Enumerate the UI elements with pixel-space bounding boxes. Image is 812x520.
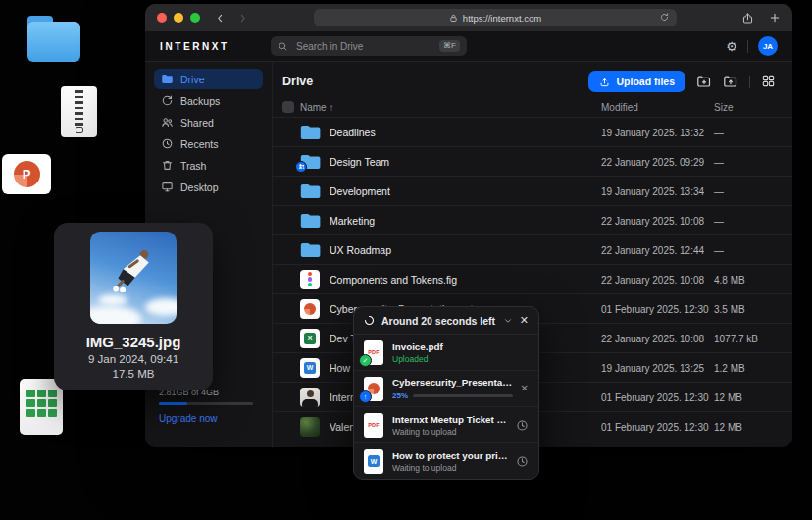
file-name: How t: [330, 362, 356, 374]
sidebar-item-desktop[interactable]: Desktop: [154, 177, 263, 197]
upload-popup-header: Around 20 seconds left ✕: [354, 307, 538, 335]
excel-file-icon: X: [300, 329, 320, 348]
desktop-zip-file-icon[interactable]: [61, 86, 97, 137]
cancel-upload-icon[interactable]: ✕: [521, 384, 529, 393]
close-window-button[interactable]: [157, 13, 167, 23]
upgrade-link[interactable]: Upgrade now: [159, 413, 253, 424]
table-row[interactable]: Components and Tokens.fig 22 January 202…: [273, 264, 792, 293]
uploading-arrow-icon: ↑: [359, 390, 372, 403]
lock-icon: [449, 14, 458, 23]
table-row[interactable]: Design Team 22 January 2025. 09:29 —: [273, 146, 792, 176]
upload-item-name: Invoice.pdf: [392, 341, 529, 352]
back-button[interactable]: [215, 13, 226, 24]
file-size: —: [714, 185, 724, 196]
upload-items-list: PDF✓ Invoice.pdf Uploaded ↑ Cybersecurit…: [354, 335, 538, 479]
upload-tray-icon: [599, 77, 610, 87]
file-modified: 01 February 2025. 12:30: [601, 303, 709, 314]
search-bar[interactable]: ⌘F: [271, 36, 467, 56]
zipper-teeth: [75, 90, 83, 126]
waiting-clock-icon: [516, 419, 529, 432]
file-modified: 22 January 2025. 10:08: [601, 274, 704, 285]
file-name: Design Team: [330, 156, 389, 168]
sidebar-item-recents[interactable]: Recents: [154, 133, 263, 154]
file-name: UX Roadmap: [330, 244, 391, 256]
browser-chrome: https://internxt.com: [145, 4, 792, 31]
upload-files-button[interactable]: Upload files: [588, 71, 685, 92]
drag-preview-card[interactable]: IMG_3245.jpg 9 Jan 2024, 09:41 17.5 MB: [54, 223, 213, 390]
upload-folder-button[interactable]: [723, 74, 738, 89]
file-name: Development: [330, 185, 390, 197]
upload-progress-bar: [413, 394, 513, 397]
create-folder-button[interactable]: [696, 74, 712, 89]
desktop-spreadsheet-file-icon[interactable]: [20, 379, 63, 435]
file-modified: 01 February 2025. 12:30: [601, 391, 709, 402]
upload-item-name: Internxt Meetup Ticket Info.pdf: [392, 414, 508, 425]
photo-thumbnail: [300, 417, 320, 437]
shared-folder-icon: [300, 154, 321, 170]
folder-body: [27, 22, 80, 62]
powerpoint-logo-icon: P: [14, 161, 40, 187]
file-name: Valen: [330, 421, 355, 433]
share-icon[interactable]: [741, 12, 754, 25]
desktop-powerpoint-file-icon[interactable]: P: [2, 154, 51, 194]
file-size: —: [714, 244, 724, 255]
sidebar-item-backups[interactable]: Backups: [154, 90, 263, 111]
table-row[interactable]: Development 19 January 2025. 13:34 —: [273, 176, 792, 205]
sidebar-item-shared[interactable]: Shared: [154, 112, 263, 132]
sidebar-item-trash[interactable]: Trash: [154, 155, 263, 176]
upload-progress-popup: Around 20 seconds left ✕ PDF✓ Invoice.pd…: [353, 306, 539, 480]
cloud-shape: [145, 298, 177, 316]
photo-thumbnail: [300, 388, 320, 407]
page-title: Drive: [282, 75, 313, 88]
new-tab-icon[interactable]: [769, 12, 781, 24]
upload-item-name: Cybersecurity_Presentation.ppt: [392, 377, 513, 388]
folder-icon: [300, 213, 321, 229]
header-divider: [747, 40, 748, 53]
upload-item-status: Waiting to upload: [392, 463, 508, 473]
close-popup-icon[interactable]: ✕: [520, 315, 529, 326]
desktop-blue-folder-icon[interactable]: [27, 16, 80, 62]
desktop: P https://internxt.com: [0, 0, 812, 520]
preview-size: 17.5 MB: [54, 368, 213, 380]
sidebar-item-drive[interactable]: Drive: [154, 69, 263, 89]
upload-item: ↑ Cybersecurity_Presentation.ppt 25% ✕: [354, 370, 538, 406]
uploaded-check-icon: ✓: [359, 354, 372, 367]
internxt-logo: INTERNXT: [160, 41, 229, 52]
column-header-modified[interactable]: Modified: [601, 102, 638, 113]
user-avatar[interactable]: JA: [758, 36, 778, 56]
folder-icon: [300, 183, 321, 199]
file-size: 1.2 MB: [714, 362, 745, 373]
maximize-window-button[interactable]: [190, 13, 200, 23]
table-row[interactable]: Deadlines 19 January 2025. 13:32 —: [273, 117, 792, 146]
upload-item: PDF Internxt Meetup Ticket Info.pdf Wait…: [354, 406, 538, 442]
column-header-size[interactable]: Size: [714, 102, 733, 113]
file-size: —: [714, 127, 724, 137]
upload-item: W How to protect your privacy.doc Waitin…: [354, 442, 538, 479]
settings-gear-icon[interactable]: ⚙: [726, 40, 737, 53]
preview-filename: IMG_3245.jpg: [54, 334, 213, 350]
refresh-icon[interactable]: [659, 12, 670, 23]
file-modified: 19 January 2025. 13:32: [601, 127, 704, 137]
search-input[interactable]: [294, 40, 433, 53]
table-row[interactable]: Marketing 22 January 2025. 10:08 —: [273, 205, 792, 234]
window-controls: [157, 13, 200, 23]
sidebar-item-label: Shared: [180, 117, 214, 129]
minimize-window-button[interactable]: [174, 13, 183, 23]
column-header-name[interactable]: Name ↑: [300, 102, 333, 113]
folder-icon: [300, 125, 321, 140]
table-row[interactable]: UX Roadmap 22 January 2025. 12:44 —: [273, 234, 792, 264]
powerpoint-file-icon: [300, 299, 320, 319]
shared-badge-icon: [295, 161, 307, 173]
file-size: 4.8 MB: [714, 274, 745, 285]
file-name: Intern: [330, 391, 356, 403]
upload-percent-label: 25%: [392, 391, 408, 400]
grid-view-button[interactable]: [761, 74, 777, 89]
select-all-checkbox[interactable]: [282, 101, 294, 113]
people-icon: [161, 116, 174, 129]
address-bar[interactable]: https://internxt.com: [314, 9, 677, 26]
trash-icon: [161, 159, 174, 172]
cloud-shape: [98, 294, 127, 306]
collapse-chevron-icon[interactable]: [503, 316, 513, 326]
upload-item-status: Uploaded: [392, 354, 529, 364]
forward-button[interactable]: [237, 13, 248, 24]
